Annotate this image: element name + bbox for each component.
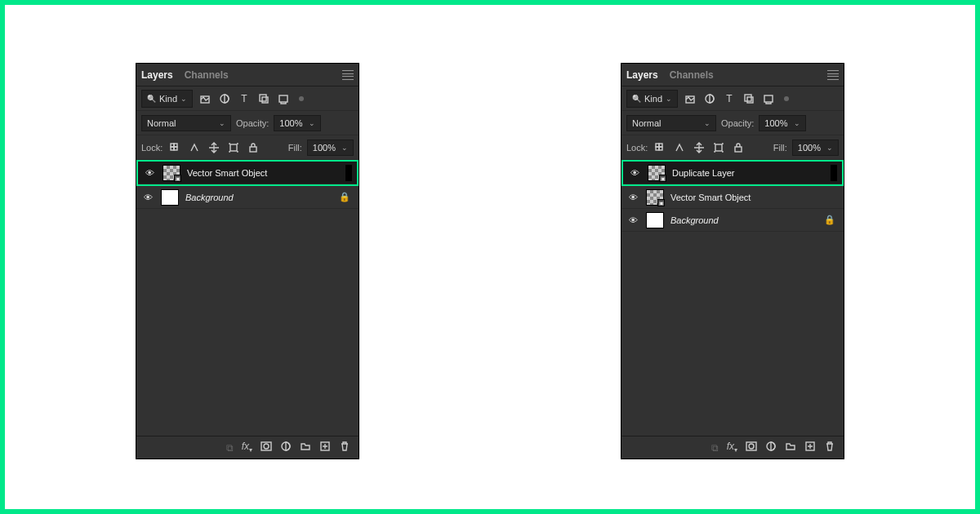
filter-smart-icon[interactable] <box>761 91 776 106</box>
layer-row[interactable]: 👁 ▣ Vector Smart Object <box>621 186 844 209</box>
filter-type-icon[interactable]: T <box>237 91 252 106</box>
lock-artboard-icon[interactable] <box>226 140 241 155</box>
tab-channels[interactable]: Channels <box>185 64 229 86</box>
fill-input[interactable]: 100% ⌄ <box>792 140 839 156</box>
fill-value: 100% <box>798 143 821 153</box>
svg-point-12 <box>264 444 269 449</box>
blend-mode-select[interactable]: Normal ⌄ <box>141 115 231 131</box>
opacity-label: Opacity: <box>236 118 269 128</box>
layer-thumbnail[interactable]: ▣ <box>646 189 664 206</box>
svg-rect-8 <box>171 147 174 150</box>
panel-footer: ⧉ fx▾ <box>136 436 359 459</box>
adjustment-icon[interactable] <box>765 441 777 454</box>
group-icon[interactable] <box>785 441 796 454</box>
layer-row[interactable]: 👁 Background 🔒 <box>621 209 844 232</box>
layer-row[interactable]: 👁 ▣ Duplicate Layer <box>623 162 842 184</box>
visibility-icon[interactable]: 👁 <box>628 168 641 178</box>
lock-icon[interactable]: 🔒 <box>339 192 354 202</box>
svg-rect-23 <box>656 147 659 150</box>
visibility-icon[interactable]: 👁 <box>143 168 156 178</box>
filter-toggle-icon[interactable] <box>299 96 304 101</box>
lock-icon[interactable]: 🔒 <box>824 215 839 225</box>
smart-object-badge-icon: ▣ <box>174 175 181 182</box>
lock-all-icon[interactable] <box>246 140 261 155</box>
layer-row[interactable]: 👁 ▣ Vector Smart Object <box>138 162 357 184</box>
panel-tabs: Layers Channels <box>621 64 844 86</box>
lock-position-icon[interactable] <box>207 140 221 155</box>
chevron-down-icon: ⌄ <box>666 95 672 103</box>
filter-smart-icon[interactable] <box>276 91 291 106</box>
layers-panel-right: Layers Channels Kind ⌄ T Normal ⌄ <box>621 64 844 459</box>
filter-pixel-icon[interactable] <box>198 91 212 106</box>
new-layer-icon[interactable] <box>804 441 816 454</box>
mask-icon[interactable] <box>261 441 272 454</box>
panel-menu-icon[interactable] <box>827 70 839 80</box>
opacity-input[interactable]: 100% ⌄ <box>759 115 805 131</box>
opacity-input[interactable]: 100% ⌄ <box>274 115 320 131</box>
layer-thumbnail[interactable] <box>646 212 664 228</box>
smart-object-badge-icon: ▣ <box>657 199 665 206</box>
tab-layers[interactable]: Layers <box>626 64 658 86</box>
opacity-value: 100% <box>764 118 787 128</box>
fill-label: Fill: <box>288 143 302 153</box>
filter-pixel-icon[interactable] <box>683 91 697 106</box>
layer-name[interactable]: Background <box>670 215 817 225</box>
layer-thumbnail[interactable]: ▣ <box>163 165 180 181</box>
filter-adjust-icon[interactable] <box>217 91 232 106</box>
svg-point-27 <box>749 444 754 449</box>
svg-rect-24 <box>715 144 722 151</box>
lock-transparency-icon[interactable] <box>167 140 182 155</box>
opacity-label: Opacity: <box>721 118 754 128</box>
layer-thumbnail[interactable]: ▣ <box>648 165 666 181</box>
tab-layers[interactable]: Layers <box>141 64 173 86</box>
tab-channels[interactable]: Channels <box>670 64 714 86</box>
layer-name[interactable]: Vector Smart Object <box>187 168 339 178</box>
filter-adjust-icon[interactable] <box>702 91 717 106</box>
filter-type-icon[interactable]: T <box>722 91 737 106</box>
filter-shape-icon[interactable] <box>256 91 271 106</box>
delete-icon[interactable] <box>339 441 350 454</box>
blend-row: Normal ⌄ Opacity: 100% ⌄ <box>621 111 844 135</box>
visibility-icon[interactable]: 👁 <box>141 193 154 202</box>
filter-shape-icon[interactable] <box>742 91 756 106</box>
fill-value: 100% <box>313 143 336 153</box>
lock-image-icon[interactable] <box>672 140 687 155</box>
new-layer-icon[interactable] <box>319 441 331 454</box>
chevron-down-icon: ⌄ <box>219 119 225 127</box>
lock-label: Lock: <box>626 143 648 153</box>
adjustment-icon[interactable] <box>280 441 292 454</box>
link-layers-icon[interactable]: ⧉ <box>711 442 719 454</box>
layer-name[interactable]: Background <box>185 193 332 202</box>
svg-rect-2 <box>260 95 266 101</box>
smart-object-badge-icon: ▣ <box>659 175 666 182</box>
filter-row: Kind ⌄ T <box>621 86 844 111</box>
group-icon[interactable] <box>300 441 311 454</box>
blend-mode-select[interactable]: Normal ⌄ <box>626 115 716 131</box>
lock-label: Lock: <box>141 143 163 153</box>
link-layers-icon[interactable]: ⧉ <box>226 442 234 454</box>
mask-icon[interactable] <box>746 441 757 454</box>
fx-icon[interactable]: fx▾ <box>242 441 252 454</box>
visibility-icon[interactable]: 👁 <box>626 193 639 202</box>
panel-menu-icon[interactable] <box>342 70 354 80</box>
lock-position-icon[interactable] <box>692 140 706 155</box>
lock-artboard-icon[interactable] <box>711 140 726 155</box>
lock-row: Lock: Fill: 100% ⌄ <box>621 135 844 160</box>
visibility-icon[interactable]: 👁 <box>626 215 639 225</box>
layer-name[interactable]: Vector Smart Object <box>670 193 839 202</box>
lock-image-icon[interactable] <box>187 140 202 155</box>
filter-kind-select[interactable]: Kind ⌄ <box>141 90 193 108</box>
fill-label: Fill: <box>773 143 787 153</box>
layer-color-tag <box>345 165 352 181</box>
lock-all-icon[interactable] <box>731 140 746 155</box>
layer-row[interactable]: 👁 Background 🔒 <box>136 186 359 209</box>
filter-toggle-icon[interactable] <box>784 96 789 101</box>
lock-transparency-icon[interactable] <box>653 140 667 155</box>
layer-name[interactable]: Duplicate Layer <box>672 168 824 178</box>
filter-kind-select[interactable]: Kind ⌄ <box>626 90 678 108</box>
delete-icon[interactable] <box>824 441 835 454</box>
svg-rect-9 <box>230 144 237 151</box>
fill-input[interactable]: 100% ⌄ <box>307 140 354 156</box>
fx-icon[interactable]: fx▾ <box>727 441 737 454</box>
layer-thumbnail[interactable] <box>161 189 179 206</box>
